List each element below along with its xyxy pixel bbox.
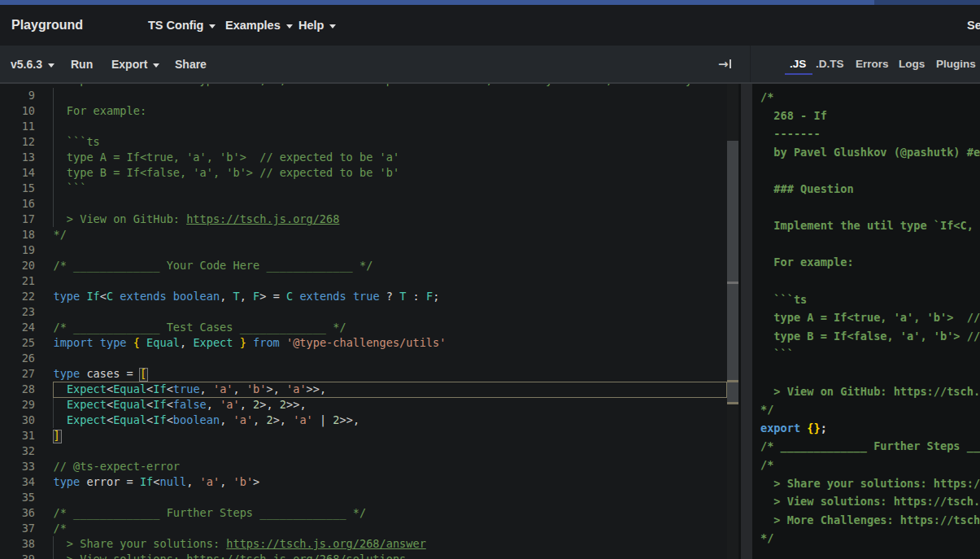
token: 'a' bbox=[220, 398, 240, 411]
token: 'a' bbox=[233, 413, 254, 426]
v5-6-3-button[interactable]: v5.6.3 bbox=[11, 46, 54, 82]
scrollbar-thumb[interactable] bbox=[727, 141, 738, 404]
line-number: 21 bbox=[0, 273, 35, 289]
token: type A = If<true, 'a', 'b'> // expected … bbox=[760, 311, 980, 324]
output-line: ```ts bbox=[760, 290, 807, 309]
line-number: 37 bbox=[0, 521, 35, 536]
token: For example: bbox=[54, 104, 147, 117]
token: < bbox=[167, 398, 173, 411]
token: Equal bbox=[113, 398, 146, 411]
output-line: by Pavel Glushkov (@pashutk) #easy #util… bbox=[760, 143, 980, 162]
editor-toolbar: v5.6.3RunExportShare → .JS.D.TSErrorsLog… bbox=[0, 46, 980, 84]
token: type B = If<false, 'a', 'b'> // expected… bbox=[54, 166, 400, 179]
line-number: 22 bbox=[0, 289, 35, 304]
token: 2 bbox=[266, 413, 272, 426]
line-number: 24 bbox=[0, 320, 35, 335]
settings-button[interactable]: Se bbox=[967, 5, 980, 46]
editor-scrollbar[interactable] bbox=[727, 84, 738, 559]
run-button[interactable]: Run bbox=[71, 46, 93, 82]
line-number: 30 bbox=[0, 413, 35, 428]
output-line: /* bbox=[760, 88, 773, 107]
token: /* _____________ Test Cases ____________… bbox=[54, 321, 346, 334]
token: type bbox=[54, 290, 81, 303]
token: > View solutions: bbox=[54, 552, 187, 559]
token: > More Challenges: https://tsch.js.org/p… bbox=[760, 513, 980, 526]
export-button[interactable]: Export bbox=[111, 46, 159, 82]
token: */ bbox=[760, 403, 773, 416]
token: null bbox=[159, 475, 186, 488]
line-number: 10 bbox=[0, 103, 35, 119]
main-navbar: Playground TS ConfigExamplesHelp Se bbox=[0, 5, 980, 46]
token: /* bbox=[760, 90, 773, 103]
line-number: 28 bbox=[0, 382, 35, 397]
dock-right-icon[interactable]: → bbox=[718, 46, 731, 82]
token: // @ts-expect-error bbox=[54, 460, 181, 473]
share-button[interactable]: Share bbox=[175, 46, 207, 82]
code-line: */ bbox=[54, 227, 67, 242]
tab-errors[interactable]: Errors bbox=[856, 46, 889, 82]
chevron-down-icon bbox=[209, 24, 216, 28]
output-line: > View on GitHub: https://tsch.js.org/26… bbox=[760, 382, 980, 401]
chevron-down-icon bbox=[153, 63, 159, 68]
token: Implement the util type `If<C, T, F>` wh… bbox=[760, 219, 980, 232]
token bbox=[54, 413, 67, 426]
output-line: ``` bbox=[760, 345, 794, 364]
token: , bbox=[253, 413, 266, 426]
token: Equal bbox=[140, 336, 180, 349]
nav-menu-help[interactable]: Help bbox=[298, 5, 336, 46]
token: , bbox=[240, 290, 246, 303]
nav-menu-ts-config[interactable]: TS Config bbox=[148, 5, 216, 46]
line-number: 35 bbox=[0, 490, 35, 505]
line-number: 32 bbox=[0, 443, 35, 459]
code-line: Expect<Equal<If<boolean, 'a', 2>, 'a' | … bbox=[54, 413, 360, 428]
line-number: 29 bbox=[0, 397, 35, 413]
token: , bbox=[233, 382, 246, 395]
token: > bbox=[253, 475, 259, 488]
token: = bbox=[120, 367, 140, 380]
token: If bbox=[140, 475, 153, 488]
token: >, bbox=[273, 413, 294, 426]
token: F bbox=[246, 290, 259, 303]
token: import bbox=[54, 336, 94, 349]
nav-menu-examples[interactable]: Examples bbox=[225, 5, 293, 46]
line-number: 9 bbox=[0, 88, 35, 103]
token: > = bbox=[259, 290, 286, 303]
toolbar-item-label: v5.6.3 bbox=[11, 58, 42, 71]
token: boolean bbox=[167, 290, 220, 303]
token: > Share your solutions: https://tsch.js.… bbox=[760, 477, 980, 490]
tab-dts[interactable]: .D.TS bbox=[816, 46, 844, 82]
output-line: > Share your solutions: https://tsch.js.… bbox=[760, 474, 980, 493]
token: 'a' bbox=[200, 475, 220, 488]
tab-logs[interactable]: Logs bbox=[899, 46, 925, 82]
tab-js[interactable]: .JS bbox=[790, 46, 806, 82]
code-line: import type { Equal, Expect } from '@typ… bbox=[54, 335, 446, 351]
code-line: type cases = [ bbox=[54, 366, 147, 382]
token: */ bbox=[54, 228, 67, 241]
code-editor[interactable]: 8910111213141516171819202122232425262728… bbox=[0, 84, 738, 559]
token: from bbox=[246, 336, 280, 349]
token: https://tsch.js.org/268/answer bbox=[226, 537, 426, 550]
code-line: ``` bbox=[54, 181, 87, 196]
arrow-bar bbox=[730, 59, 731, 68]
token: type A = If<true, 'a', 'b'> // expected … bbox=[54, 151, 400, 164]
toolbar-item-label: Share bbox=[175, 58, 207, 71]
token: export bbox=[760, 421, 800, 435]
nav-menu-label: Help bbox=[298, 19, 324, 32]
pane-divider[interactable] bbox=[741, 84, 752, 559]
output-panel[interactable]: /* 268 - If ------- by Pavel Glushkov (@… bbox=[752, 84, 980, 559]
code-line: > View on GitHub: https://tsch.js.org/26… bbox=[54, 212, 340, 227]
token: 'b' bbox=[246, 382, 267, 395]
token: type B = If<false, 'a', 'b'> // expected… bbox=[760, 330, 980, 343]
token: , bbox=[240, 398, 253, 411]
token: T bbox=[226, 290, 239, 303]
token: Equal bbox=[113, 382, 146, 395]
toolbar-divider bbox=[750, 46, 751, 82]
token: , bbox=[220, 475, 233, 488]
line-number: 26 bbox=[0, 351, 35, 366]
token: < bbox=[167, 413, 173, 426]
token: true bbox=[346, 290, 380, 303]
output-line: export {}; bbox=[760, 419, 827, 438]
token: , bbox=[207, 398, 220, 411]
tab-plugins[interactable]: Plugins bbox=[936, 46, 976, 82]
token: extends bbox=[113, 290, 166, 303]
